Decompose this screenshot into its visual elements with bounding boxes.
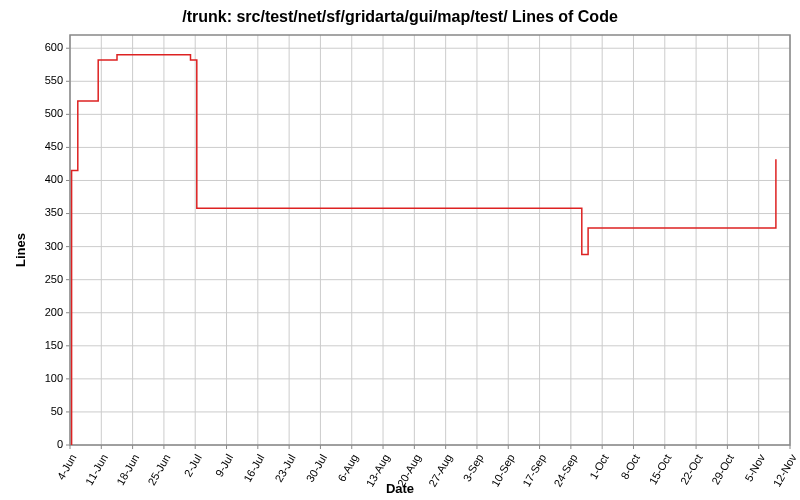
- x-tick-label: 22-Oct: [678, 452, 705, 487]
- y-tick-label: 600: [45, 41, 63, 53]
- x-tick-label: 11-Jun: [83, 452, 110, 487]
- x-tick-label: 13-Aug: [364, 452, 392, 489]
- y-tick-label: 450: [45, 140, 63, 152]
- x-tick-label: 3-Sep: [461, 452, 486, 483]
- x-tick-label: 8-Oct: [618, 452, 642, 481]
- y-tick-label: 500: [45, 107, 63, 119]
- x-tick-label: 27-Aug: [426, 452, 454, 489]
- x-tick-label: 6-Aug: [335, 452, 360, 483]
- y-tick-label: 200: [45, 306, 63, 318]
- x-tick-label: 4-Jun: [55, 452, 79, 482]
- x-tick-label: 5-Nov: [742, 452, 767, 484]
- x-tick-label: 12-Nov: [771, 452, 799, 489]
- y-tick-label: 400: [45, 173, 63, 185]
- x-tick-label: 20-Aug: [395, 452, 423, 489]
- x-tick-label: 1-Oct: [587, 452, 611, 481]
- y-tick-label: 350: [45, 206, 63, 218]
- chart-svg: 0501001502002503003504004505005506004-Ju…: [0, 0, 800, 500]
- y-tick-label: 0: [57, 438, 63, 450]
- x-tick-label: 25-Jun: [145, 452, 172, 487]
- x-tick-label: 23-Jul: [272, 452, 297, 484]
- x-tick-label: 2-Jul: [182, 452, 204, 479]
- y-tick-label: 100: [45, 372, 63, 384]
- y-tick-label: 150: [45, 339, 63, 351]
- plot-border: [70, 35, 790, 445]
- data-series-loc: [72, 55, 776, 445]
- x-tick-label: 15-Oct: [647, 452, 674, 487]
- x-tick-label: 30-Jul: [304, 452, 329, 484]
- x-tick-label: 16-Jul: [241, 452, 266, 484]
- x-tick-label: 17-Sep: [520, 452, 548, 489]
- y-tick-label: 550: [45, 74, 63, 86]
- x-tick-label: 29-Oct: [709, 452, 736, 487]
- x-tick-label: 18-Jun: [114, 452, 141, 487]
- y-tick-label: 50: [51, 405, 63, 417]
- y-tick-label: 300: [45, 240, 63, 252]
- x-tick-label: 24-Sep: [551, 452, 579, 489]
- chart-container: /trunk: src/test/net/sf/gridarta/gui/map…: [0, 0, 800, 500]
- x-tick-label: 10-Sep: [489, 452, 517, 489]
- x-tick-label: 9-Jul: [213, 452, 235, 479]
- y-tick-label: 250: [45, 273, 63, 285]
